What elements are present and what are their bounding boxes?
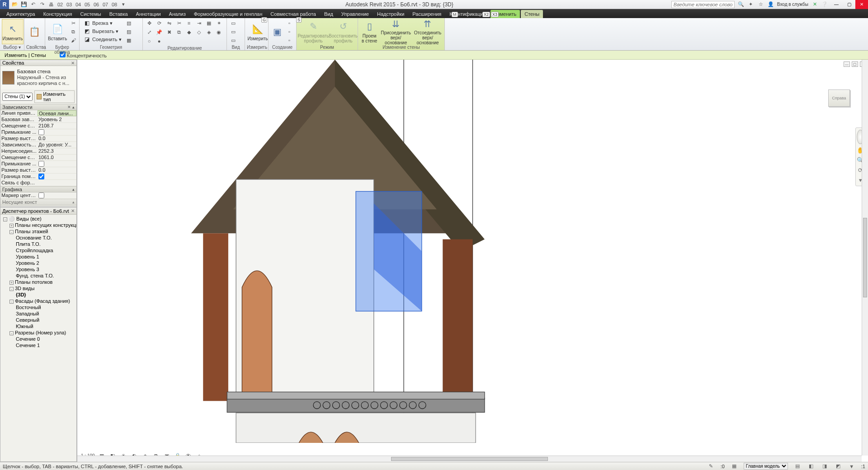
geom-extra2-icon[interactable]: ▨ (124, 28, 133, 36)
prop-unconn-height[interactable]: 2252.3 (38, 148, 76, 154)
tree-3d-views[interactable]: -3D виды (1, 285, 75, 291)
viewcube-face[interactable]: Справа (828, 89, 850, 107)
move-icon[interactable]: ✥ (145, 19, 154, 27)
browser-tree[interactable]: -⚪ Виды (все) +Планы несущих конструкций… (0, 215, 76, 461)
browser-close-icon[interactable]: ✕ (71, 208, 75, 213)
trim-icon[interactable]: ✂ (175, 19, 184, 27)
wall-opening-button[interactable]: ▯Проем в стене (360, 19, 379, 44)
tree-floor-6[interactable]: Фунд. стена Т.О. (1, 273, 75, 279)
tab-systems[interactable]: Системы (77, 10, 105, 18)
extra3-icon[interactable]: ◈ (204, 28, 213, 36)
tab-architecture[interactable]: Архитектура (3, 10, 39, 18)
search-icon[interactable]: 🔍 (737, 1, 745, 8)
tab-collab[interactable]: Совместная работа (267, 10, 320, 18)
tab-manage[interactable]: Управление (338, 10, 373, 18)
qat-03[interactable]: 03 (65, 1, 73, 8)
measure-button[interactable]: 📐Измерить (247, 19, 269, 44)
prop-top-constraint[interactable]: До уровня: У... (38, 142, 76, 148)
mirror-icon[interactable]: ⇋ (165, 19, 174, 27)
copy-icon[interactable]: ⧉ (69, 28, 78, 36)
search-input[interactable] (671, 1, 735, 8)
prop-mass-related[interactable] (38, 180, 76, 186)
qat-05[interactable]: 05 (83, 1, 91, 8)
extra4-icon[interactable]: ◉ (214, 28, 223, 36)
prop-location-line[interactable]: Осевая лини... (38, 110, 76, 116)
matchtype-icon[interactable]: 🖌 (69, 36, 78, 44)
minimize-button[interactable]: — (830, 0, 843, 9)
tab-addins[interactable]: Надстройки (373, 10, 408, 18)
delete-icon[interactable]: ✖ (165, 28, 174, 36)
status-ico3[interactable]: ◨ (821, 463, 829, 470)
qat-redo-icon[interactable]: ↷ (38, 1, 46, 8)
view-icon2[interactable]: ▭ (229, 28, 238, 36)
tree-elev-3[interactable]: Южный (1, 323, 75, 329)
view-max-icon[interactable]: ▢ (852, 61, 858, 67)
viewport-scroll-x[interactable] (77, 456, 862, 462)
cut-icon[interactable]: ✂ (69, 19, 78, 27)
status-editable-icon[interactable]: ✎ (707, 463, 715, 470)
tree-elev-0[interactable]: Восточный (1, 304, 75, 310)
tab-walls[interactable]: Стены (521, 10, 543, 18)
category-struct[interactable]: Несущие конст▴ (0, 199, 76, 205)
qat-dropdown-icon[interactable]: ▾ (119, 1, 127, 8)
prop-top-attach[interactable] (38, 161, 76, 167)
properties-close-icon[interactable]: ✕ (71, 61, 75, 66)
tab-view[interactable]: Вид (321, 10, 337, 18)
attach-topbase-button[interactable]: ⇊Присоединить верх/основание (380, 19, 412, 44)
extra6-icon[interactable]: ● (155, 37, 164, 45)
user-icon[interactable]: 👤 (767, 1, 774, 8)
star-icon[interactable]: ☆ (757, 1, 764, 8)
join-button[interactable]: ◪Соединить ▾ (81, 35, 123, 43)
tree-floor-3[interactable]: Уровень 1 (1, 254, 75, 260)
viewport[interactable]: — ▢ ✕ Справа ✋ 🔍 ⟳ ▾ (77, 60, 868, 462)
offset-icon[interactable]: ⇥ (194, 19, 203, 27)
category-constraints[interactable]: Зависимости✕ ▴ (0, 104, 76, 110)
instance-select[interactable]: Стены (1) (2, 93, 33, 101)
tab-annotate[interactable]: Аннотации (132, 10, 165, 18)
prop-base-attach[interactable] (38, 129, 76, 135)
cut-geom-button[interactable]: ◩Вырезать ▾ (81, 27, 123, 35)
tab-analyze[interactable]: Анализ (165, 10, 189, 18)
viewcube[interactable]: Справа (826, 87, 852, 109)
status-workset-icon[interactable]: ▦ (730, 463, 738, 470)
help-icon[interactable]: ❔ (821, 1, 828, 8)
view-min-icon[interactable]: — (844, 61, 850, 67)
scale-icon[interactable]: ⤢ (145, 28, 154, 36)
prop-top-offset[interactable]: 1061.0 (38, 155, 76, 160)
qat-save-icon[interactable]: 💾 (20, 1, 28, 8)
tree-sec-0[interactable]: Сечение 0 (1, 336, 75, 342)
status-ico2[interactable]: ◧ (807, 463, 815, 470)
browser-header[interactable]: Диспетчер проектов - Бо6.rvt ✕ (0, 207, 76, 215)
qat-04[interactable]: 04 (74, 1, 82, 8)
tree-floor-2[interactable]: Стройплощадка (1, 247, 75, 254)
tree-elev-1[interactable]: Западный (1, 310, 75, 317)
create-sm2-icon[interactable]: ▫ (285, 28, 294, 36)
qat-undo-icon[interactable]: ↶ (29, 1, 37, 8)
tree-ceiling-plans[interactable]: +Планы потолков (1, 279, 75, 285)
create-button[interactable]: ▣ (270, 19, 284, 44)
exchange-icon[interactable]: ✕ (811, 1, 818, 8)
tree-sec-1[interactable]: Сечение 1 (1, 342, 75, 348)
prop-center-mark[interactable] (38, 193, 76, 198)
close-button[interactable]: ✕ (855, 0, 868, 9)
tree-root[interactable]: -⚪ Виды (все) (1, 216, 75, 222)
login-label[interactable]: Вход в службы (777, 2, 808, 7)
split-icon[interactable]: ✶ (214, 19, 223, 27)
detach-topbase-button[interactable]: ⇈Отсоединить верх/основание (413, 19, 443, 44)
qat-07[interactable]: 07 (101, 1, 109, 8)
tree-3d-current[interactable]: {3D} (1, 291, 75, 298)
paste-button[interactable]: 📄Вставить (47, 19, 68, 44)
prop-base-constraint[interactable]: Уровень 2 (38, 117, 76, 122)
qat-print-icon[interactable]: 🖶 (47, 1, 55, 8)
prop-base-offset[interactable]: 2108.7 (38, 123, 76, 129)
tree-struct-plans[interactable]: +Планы несущих конструкций (1, 222, 75, 228)
tab-structure[interactable]: Конструкция (40, 10, 76, 18)
sub-icon[interactable]: ✦ (747, 1, 755, 8)
status-ico4[interactable]: ◩ (834, 463, 842, 470)
tree-elev-2[interactable]: Северный (1, 317, 75, 323)
edit-type-button[interactable]: Изменить тип (34, 90, 75, 103)
app-logo[interactable]: R (0, 0, 9, 9)
viewport-scroll-y[interactable] (862, 60, 868, 456)
array-icon[interactable]: ▦ (204, 19, 213, 27)
tree-floor-0[interactable]: Основание Т.О. (1, 235, 75, 241)
